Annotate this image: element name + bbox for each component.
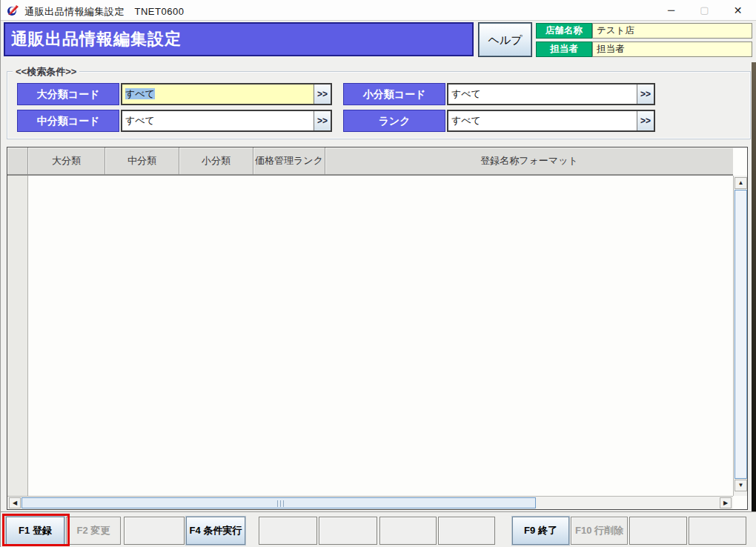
person-value: 担当者	[592, 42, 752, 57]
selected-text: すべて	[125, 88, 155, 99]
row-selector-column	[7, 176, 28, 496]
maximize-button[interactable]: ▢	[688, 0, 721, 21]
search-conditions-legend: <<検索条件>>	[13, 65, 79, 79]
app-window: 通販出品情報編集設定 TNET0600 ─ ▢ ✕ 通販出品情報編集設定 ヘルプ…	[0, 0, 756, 547]
fn-slot-11	[629, 517, 687, 545]
row-selector-header	[7, 147, 28, 174]
column-header-major: 大分類	[28, 147, 105, 174]
f9-exit-button[interactable]: F9 終了	[512, 517, 569, 545]
scroll-up-icon[interactable]: ▲	[735, 177, 747, 189]
f4-execute-button[interactable]: F4 条件実行	[186, 517, 245, 545]
major-category-expand-button[interactable]: >>	[314, 84, 331, 104]
minor-category-field: すべて >>	[447, 83, 655, 105]
horizontal-scrollbar[interactable]: ◀ ▶	[7, 496, 733, 509]
app-icon	[7, 4, 19, 16]
results-grid: 大分類 中分類 小分類 価格管理ランク 登録名称フォーマット ▲ ▼ ◀ ▶	[7, 147, 748, 510]
vertical-scrollbar-thumb[interactable]	[735, 190, 747, 479]
window-title: 通販出品情報編集設定 TNET0600	[24, 5, 184, 19]
scroll-left-icon[interactable]: ◀	[9, 497, 21, 508]
grid-header-row: 大分類 中分類 小分類 価格管理ランク 登録名称フォーマット	[7, 147, 733, 176]
vertical-scrollbar[interactable]: ▲ ▼	[733, 176, 747, 496]
minor-category-label: 小分類コード	[343, 83, 445, 105]
f2-modify-button: F2 変更	[66, 517, 121, 545]
page-title: 通販出品情報編集設定	[4, 22, 474, 56]
store-name-value: テスト店	[592, 23, 752, 39]
grid-body[interactable]	[28, 176, 733, 496]
store-name-label: 店舗名称	[536, 23, 592, 39]
minor-category-input[interactable]: すべて	[448, 84, 637, 104]
f1-register-button[interactable]: F1 登録	[6, 517, 64, 545]
horizontal-scrollbar-thumb[interactable]	[21, 497, 536, 508]
column-header-name-format: 登録名称フォーマット	[325, 147, 733, 174]
column-header-price-rank: 価格管理ランク	[253, 147, 325, 174]
fn-slot-7	[379, 517, 437, 545]
major-category-field: すべて >>	[121, 83, 332, 105]
column-header-minor: 小分類	[179, 147, 253, 174]
fn-slot-8	[438, 517, 495, 545]
fn-slot-12	[689, 517, 746, 545]
thumb-grip	[277, 500, 285, 507]
desktop-edge-right	[752, 62, 756, 513]
fn-slot-5	[259, 517, 317, 545]
rank-label: ランク	[343, 110, 445, 132]
rank-expand-button[interactable]: >>	[637, 111, 654, 130]
person-label: 担当者	[536, 42, 592, 57]
f10-delete-row-button: F10 行削除	[571, 517, 628, 545]
fn-slot-6	[319, 517, 377, 545]
scroll-right-icon[interactable]: ▶	[720, 497, 732, 508]
rank-input[interactable]: すべて	[448, 111, 637, 130]
middle-category-label: 中分類コード	[17, 110, 119, 132]
middle-category-field: すべて >>	[121, 110, 332, 132]
middle-category-input[interactable]: すべて	[122, 111, 314, 130]
rank-field: すべて >>	[447, 110, 655, 132]
function-key-bar: F1 登録 F2 変更 F4 条件実行 F9 終了 F10 行削除	[1, 511, 756, 547]
minimize-button[interactable]: ─	[654, 0, 688, 21]
middle-category-expand-button[interactable]: >>	[314, 111, 331, 130]
fn-slot-3	[124, 517, 185, 545]
major-category-input[interactable]: すべて	[122, 84, 314, 104]
title-bar: 通販出品情報編集設定 TNET0600 ─ ▢ ✕	[1, 0, 756, 21]
minor-category-expand-button[interactable]: >>	[637, 84, 654, 104]
scroll-down-icon[interactable]: ▼	[735, 480, 747, 491]
column-header-middle: 中分類	[105, 147, 179, 174]
major-category-label: 大分類コード	[17, 83, 119, 105]
close-button[interactable]: ✕	[721, 0, 755, 21]
help-button[interactable]: ヘルプ	[479, 23, 531, 56]
